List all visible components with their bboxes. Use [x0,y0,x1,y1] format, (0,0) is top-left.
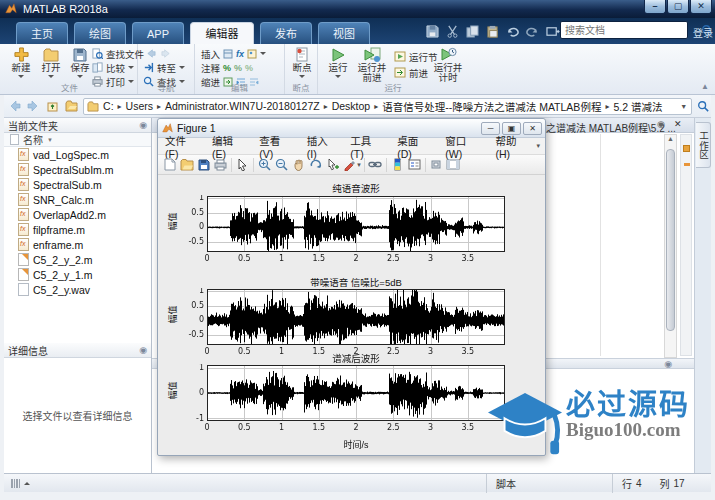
file-row[interactable]: vad_LogSpec.m [4,147,151,162]
cut-icon[interactable] [445,24,460,39]
find-files-button[interactable]: 查找文件 [92,47,144,60]
breadcrumb-segment[interactable]: Users [124,100,155,112]
path-field[interactable]: C:▸ Users▸ Administrator.WIN7U-20180127Z… [83,98,692,115]
insert-colorbar-icon[interactable] [389,157,406,173]
menu-tools[interactable]: 工具(T) [343,133,390,160]
run-time-button[interactable]: 运行并计时 [430,46,466,83]
menu-edit[interactable]: 编辑(E) [205,133,252,160]
editor-tab-close-icon[interactable]: ✕ [674,119,682,129]
breakpoints-button[interactable]: 断点 [286,46,318,81]
up-folder-icon[interactable] [45,98,61,114]
nav-forward-icon[interactable] [26,98,42,114]
cursor-position-cell: 行4 列17 [612,474,711,493]
run-advance-button[interactable]: 运行并前进 [354,46,390,83]
menu-file[interactable]: 文件(F) [158,133,205,160]
menu-window[interactable]: 窗口(W) [438,133,488,160]
rotate-3d-icon[interactable] [307,157,324,173]
new-doc-icon[interactable] [161,157,178,173]
tab-view[interactable]: 视图 [318,22,370,44]
compare-button[interactable]: 比较 [92,61,134,74]
show-plot-tools-icon[interactable] [445,157,462,173]
address-search-icon[interactable] [695,98,711,114]
maximize-button[interactable]: ▢ [667,0,689,14]
data-cursor-icon[interactable] [324,157,341,173]
minimize-button[interactable]: – [644,0,666,14]
switch-windows-icon[interactable] [545,24,560,39]
close-button[interactable]: ✕ [690,0,712,14]
file-row[interactable]: C5_2_y.wav [4,282,151,297]
subplot1-title: 纯语音波形 [221,181,491,195]
insert-legend-icon[interactable] [406,157,423,173]
menu-desktop[interactable]: 桌面(D) [390,133,438,160]
editor-scrollbar[interactable]: ▲ [664,134,677,358]
new-button[interactable]: 新建 [5,46,37,81]
tab-home[interactable]: 主页 [16,22,68,44]
tab-plots[interactable]: 绘图 [74,22,126,44]
subplot3-waveform[interactable] [172,364,512,438]
nav-back-icon[interactable] [7,98,23,114]
warning-marker[interactable] [684,163,690,166]
advance-button[interactable]: 前进 [394,66,428,79]
edit-cursor-icon[interactable] [234,157,251,173]
hide-plot-tools-icon[interactable] [428,157,445,173]
save-icon[interactable] [425,24,440,39]
redo-icon[interactable] [525,24,540,39]
insert-row[interactable]: 插入 fx [201,47,266,60]
paste-icon[interactable] [485,24,500,39]
save-icon[interactable] [195,157,212,173]
file-row[interactable]: enframe.m [4,237,151,252]
subplot1-waveform[interactable] [172,195,512,269]
link-plots-icon[interactable] [367,157,384,173]
copy-icon[interactable] [465,24,480,39]
scroll-up-icon[interactable]: ▲ [665,135,676,142]
goto-button[interactable]: 转至 [143,61,185,74]
file-row[interactable]: SpectralSubIm.m [4,162,151,177]
comment-row[interactable]: 注释 % % % [201,61,253,74]
menubar-overflow-icon[interactable]: ▾ [536,142,540,150]
statusbar-grip-icon[interactable] [11,479,30,488]
file-row[interactable]: SpectralSub.m [4,177,151,192]
breadcrumb-segment[interactable]: C: [101,100,116,112]
file-row[interactable]: C5_2_y_1.m [4,267,151,282]
pan-hand-icon[interactable] [290,157,307,173]
pane-menu-icon[interactable]: ◉ [664,359,672,369]
file-row[interactable]: C5_2_y_2.m [4,252,151,267]
breadcrumb-segment[interactable]: Administrator.WIN7U-20180127Z [163,100,322,112]
undo-icon[interactable] [505,24,520,39]
workspace-tab[interactable]: 工作区 [696,122,711,168]
name-column-header[interactable]: 名称 ▼ [4,133,151,147]
zoom-in-icon[interactable] [256,157,273,173]
open-folder-icon[interactable] [178,157,195,173]
warning-marker[interactable] [683,145,690,152]
tab-publish[interactable]: 发布 [260,22,312,44]
menu-insert[interactable]: 插入(I) [300,133,344,160]
collapse-ribbon-icon[interactable]: ▲ [701,82,709,91]
run-button[interactable]: 运行 [322,46,354,81]
group-label-file: 文件 [2,81,137,93]
menu-help[interactable]: 帮助(H) [488,133,536,160]
open-button[interactable]: 打开 [35,46,67,81]
file-row[interactable]: OverlapAdd2.m [4,207,151,222]
scrollbar-thumb[interactable] [666,149,675,331]
zoom-out-icon[interactable] [273,157,290,173]
browse-folder-icon[interactable] [63,98,79,114]
path-dropdown-icon[interactable]: ▼ [680,103,691,110]
login-link[interactable]: 登录 [693,25,713,40]
print-icon[interactable] [212,157,229,173]
breadcrumb-segment[interactable]: Desktop [330,100,373,112]
search-input[interactable] [561,25,701,36]
menu-view[interactable]: 查看(V) [252,133,299,160]
tab-apps[interactable]: APP [132,22,184,44]
breadcrumb-segment[interactable]: 5.2 谱减法 [611,99,664,114]
details-menu-icon[interactable]: ◉ [139,345,147,355]
matlab-function-file-icon [18,238,29,251]
back-forward-buttons[interactable] [145,47,172,60]
breadcrumb-segment[interactable]: 语音信号处理--降噪方法之谱减法 MATLAB例程 [380,99,603,114]
file-row[interactable]: filpframe.m [4,222,151,237]
ribbon: 新建 打开 保存 查找文件 比较 打印 文件 [0,44,715,95]
editor-tab-menu-icon[interactable]: ◉ [657,119,665,129]
panel-menu-icon[interactable]: ◉ [139,120,147,130]
file-row[interactable]: SNR_Calc.m [4,192,151,207]
brush-dropdown-icon[interactable]: ▼ [356,162,362,168]
tab-editor[interactable]: 编辑器 [190,22,254,44]
